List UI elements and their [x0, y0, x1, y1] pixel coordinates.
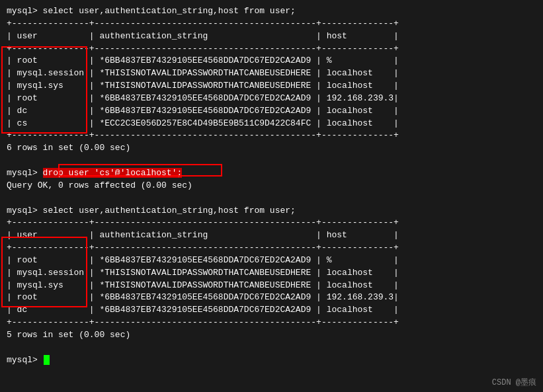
line-29: mysql>	[7, 354, 536, 367]
cursor	[44, 355, 50, 365]
line-22: | mysql.session | *THISISNOTAVALIDPASSWO…	[7, 267, 536, 280]
line-9: | dc | *6BB4837EB74329105EE4568DDA7DC67E…	[7, 105, 536, 118]
line-14: mysql> drop user 'cs'@'localhost';	[7, 167, 536, 180]
line-17: mysql> select user,authentication_string…	[7, 205, 536, 217]
line-28	[7, 342, 536, 354]
line-16	[7, 192, 536, 205]
line-8: | root | *6BB4837EB74329105EE4568DDA7DC6…	[7, 93, 536, 105]
watermark: CSDN @墨痕	[492, 377, 536, 388]
line-23: | mysql.sys | *THISISNOTAVALIDPASSWORDTH…	[7, 280, 536, 292]
line-1: mysql> select user,authentication_string…	[7, 5, 536, 18]
line-21: | root | *6BB4837EB74329105EE4568DDA7DC6…	[7, 255, 536, 267]
line-3: | user | authentication_string | host |	[7, 30, 536, 43]
line-11: +---------------+-----------------------…	[7, 130, 536, 142]
line-2: +---------------+-----------------------…	[7, 18, 536, 30]
line-6: | mysql.session | *THISISNOTAVALIDPASSWO…	[7, 67, 536, 80]
line-7: | mysql.sys | *THISISNOTAVALIDPASSWORDTH…	[7, 80, 536, 93]
terminal: mysql> select user,authentication_string…	[0, 0, 543, 392]
line-10: | cs | *ECC2C3E056D257E8C4D49B5E9B511C9D…	[7, 118, 536, 130]
line-12: 6 rows in set (0.00 sec)	[7, 142, 536, 155]
line-19: | user | authentication_string | host |	[7, 229, 536, 242]
line-26: +---------------+-----------------------…	[7, 317, 536, 329]
line-5: | root | *6BB4837EB74329105EE4568DDA7DC6…	[7, 55, 536, 67]
line-4: +---------------+-----------------------…	[7, 43, 536, 56]
line-25: | dc | *6BB4837EB74329105EE4568DDA7DC67E…	[7, 304, 536, 317]
line-15: Query OK, 0 rows affected (0.00 sec)	[7, 180, 536, 192]
line-13	[7, 155, 536, 167]
line-18: +---------------+-----------------------…	[7, 217, 536, 229]
line-27: 5 rows in set (0.00 sec)	[7, 329, 536, 342]
line-24: | root | *6BB4837EB74329105EE4568DDA7DC6…	[7, 292, 536, 304]
line-20: +---------------+-----------------------…	[7, 242, 536, 255]
